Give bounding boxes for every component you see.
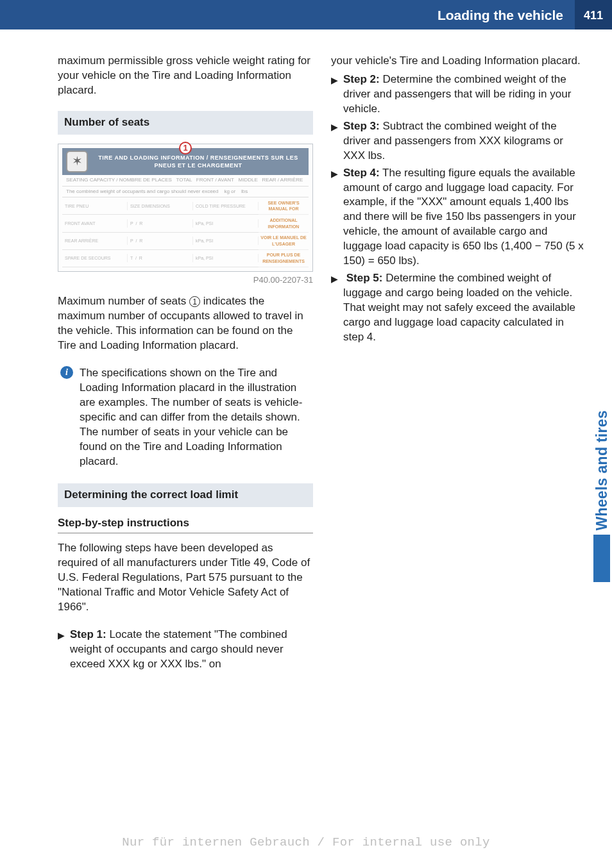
arrow-icon: ▶	[58, 629, 65, 672]
seats-para-a: Maximum number of seats	[58, 295, 189, 307]
step-2-label: Step 2:	[343, 73, 380, 85]
step-1-label: Step 1:	[70, 628, 106, 640]
placard-figure: ✶ TIRE AND LOADING INFORMATION / RENSEIG…	[58, 144, 313, 272]
step-3: ▶ Step 3: Subtract the combined weight o…	[331, 119, 586, 163]
left-column: maximum permissible gross vehicle weight…	[58, 54, 313, 674]
step-3-label: Step 3:	[343, 120, 380, 132]
side-tab-label: Wheels and tires	[592, 410, 612, 531]
step-5: ▶ Step 5: Determine the combined weight …	[331, 271, 586, 345]
step-4-label: Step 4:	[343, 167, 380, 179]
page-header: Loading the vehicle 411	[0, 0, 612, 29]
header-title: Loading the vehicle	[0, 0, 575, 29]
figure-caption: P40.00-2207-31	[58, 274, 313, 286]
side-tab: Wheels and tires	[592, 410, 612, 582]
section-heading-load: Determining the correct load limit	[58, 483, 313, 507]
intro-paragraph: maximum permissible gross vehicle weight…	[58, 54, 313, 98]
step-1: ▶ Step 1: Locate the statement "The comb…	[58, 628, 313, 672]
step-4: ▶ Step 4: The resulting figure equals th…	[331, 166, 586, 269]
placard-header-text: TIRE AND LOADING INFORMATION / RENSEIGNE…	[92, 154, 305, 169]
seats-paragraph: Maximum number of seats 1 indicates the …	[58, 294, 313, 353]
sub-heading-steps: Step-by-step instructions	[58, 516, 313, 534]
right-column: your vehicle's Tire and Loading Informat…	[331, 54, 586, 674]
step-5-label: Step 5:	[346, 272, 383, 284]
callout-circle-1: 1	[179, 142, 192, 154]
step-2: ▶ Step 2: Determine the combined weight …	[331, 72, 586, 117]
inline-callout-1: 1	[189, 296, 200, 307]
step-1-continuation: your vehicle's Tire and Loading Informat…	[331, 54, 586, 69]
info-text: The specifications shown on the Tire and…	[80, 366, 313, 469]
step-4-text: The resulting figure equals the availabl…	[343, 167, 584, 267]
info-note: i The specifications shown on the Tire a…	[58, 366, 313, 469]
arrow-icon: ▶	[331, 121, 338, 163]
side-tab-block	[593, 535, 610, 582]
placard-table: TIRE PNEUSIZE DIMENSIONSCOLD TIRE PRESSU…	[62, 197, 259, 267]
placard-weightrow: The combined weight of occupants and car…	[62, 187, 309, 198]
placard-header: ✶ TIRE AND LOADING INFORMATION / RENSEIG…	[62, 148, 309, 175]
arrow-icon: ▶	[331, 74, 338, 117]
arrow-icon: ▶	[331, 167, 338, 269]
steps-intro: The following steps have been developed …	[58, 541, 313, 615]
header-page-number: 411	[575, 0, 612, 29]
section-heading-seats: Number of seats	[58, 111, 313, 135]
content-columns: maximum permissible gross vehicle weight…	[0, 29, 612, 674]
footer-watermark: Nur für internen Gebrauch / For internal…	[0, 835, 612, 851]
placard-side-labels: SEE OWNER'S MANUAL FOR ADDITIONAL INFORM…	[259, 197, 309, 267]
placard-subrow: SEATING CAPACITY / NOMBRE DE PLACES TOTA…	[62, 175, 309, 187]
placard-logo-icon: ✶	[66, 151, 88, 172]
info-icon: i	[60, 366, 73, 379]
arrow-icon: ▶	[331, 272, 338, 345]
